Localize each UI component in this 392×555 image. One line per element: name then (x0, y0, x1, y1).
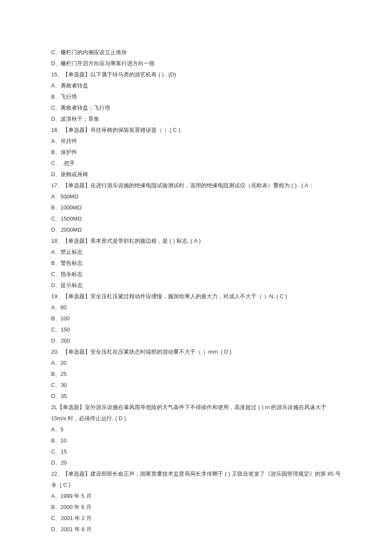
question-line: 17、【单选题】在进行游乐设施的绝缘电阻试验测试时，选用的绝缘电阻测试仪（兆欧表… (51, 180, 341, 191)
option-line: B、保护件 (51, 147, 341, 158)
option-line: B、2000 年 6 月 (51, 502, 341, 513)
option-line: B、飞行塔 (51, 91, 341, 102)
option-line: C、1500MΩ (51, 213, 341, 224)
option-line: B、警告标志 (51, 258, 341, 269)
option-line: D、波浪秋千；章鱼 (51, 113, 341, 125)
option-line: D、200 (51, 335, 341, 346)
option-line: A、吊挂件 (51, 136, 341, 147)
option-line: D、提示标志 (51, 280, 341, 291)
option-line: D、35 (51, 391, 341, 402)
option-line: C、 .把手 (51, 158, 341, 169)
option-line: B、100 (51, 313, 341, 324)
option-line: C、15 (51, 446, 341, 457)
question-line: 16、【单选题】吊挂座椅的保险装置错误是（ ）( C ) (51, 125, 341, 136)
option-line: D、2001 年 6 月 (51, 524, 341, 535)
option-line: A、20 (51, 357, 341, 369)
option-line: C、指令标志 (51, 269, 341, 280)
option-line: C、勇敢者转盘；飞行塔 (51, 102, 341, 113)
question-line: 18、【单选题】基本形式是带斜杠的圆边根，是 ( ) 标志. ( A ) (51, 235, 341, 247)
question-line: 22、【单选题】建设部部长俞正声；国家质量技术监督局局长李传卿于 ( ) 又联合… (51, 468, 341, 491)
text-line: C、栅栏门的内侧应设立止推块 (51, 47, 341, 58)
option-line: C、2001 年 2 月 (51, 513, 341, 524)
option-line: B、10 (51, 435, 341, 446)
option-line: C、30 (51, 380, 341, 391)
question-line: 20、【单选题】安全压杠在压紧状态时端部的游动量不大于（ ）mm. ( D ) (51, 346, 341, 357)
option-line: A、80 (51, 302, 341, 313)
question-line: 19、【单选题】安全压杠压紧过程动作应缓慢，施加给乘人的最大力，对成人不大于（ … (51, 291, 341, 302)
option-line: A、1999 年 5 月 (51, 491, 341, 502)
text-line: D、栅栏门开启方向应与乘客行进方向一致 (51, 58, 341, 69)
option-line: B、25 (51, 369, 341, 380)
option-line: A、500MΩ (51, 191, 341, 202)
option-line: A、勇敢者转盘 (51, 80, 341, 91)
option-line: D、座舱或座椅 (51, 169, 341, 180)
question-line: 2L【单选题】室外游乐设施在暴风雨等危险的天气条件下不得操作和使用，高度超过 (… (51, 402, 341, 424)
option-line: B、1000MΩ (51, 202, 341, 213)
document-body: C、栅栏门的内侧应设立止推块 D、栅栏门开启方向应与乘客行进方向一致 15、【单… (51, 47, 341, 535)
option-line: D、2000MΩ (51, 224, 341, 235)
option-line: A、禁止标志 (51, 247, 341, 258)
option-line: A、5 (51, 424, 341, 435)
option-line: D、20 (51, 457, 341, 468)
option-line: C、150 (51, 324, 341, 335)
question-line: 15、【单选题】以下属于转马类的游艺机有 ( ) . (D) (51, 69, 341, 80)
